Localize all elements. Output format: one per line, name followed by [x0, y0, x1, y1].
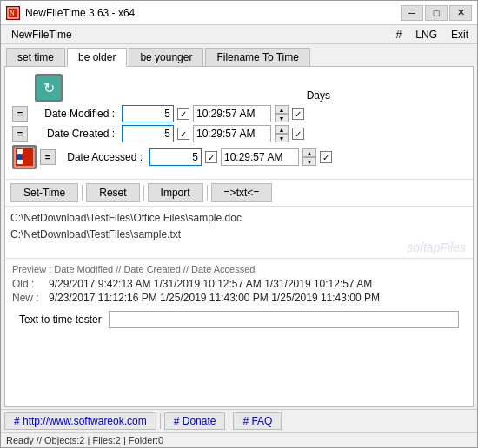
preview-new-row: New : 9/23/2017 11:12:16 PM 1/25/2019 11…	[12, 292, 466, 304]
date-created-spin-up[interactable]: ▲	[275, 125, 289, 134]
preview-area: Preview : Date Modified // Date Created …	[5, 259, 473, 337]
preview-old-value: 9/29/2017 9:42:13 AM 1/31/2019 10:12:57 …	[49, 278, 372, 290]
date-modified-spin-up[interactable]: ▲	[275, 105, 289, 114]
date-modified-row: = Date Modified : ▲ ▼	[12, 105, 466, 122]
text-tester-label: Text to time tester	[19, 313, 102, 326]
date-created-days-input[interactable]	[122, 125, 174, 142]
status-bar: Ready // Objects:2 | Files:2 | Folder:0	[1, 432, 477, 447]
flag-icon[interactable]	[12, 145, 37, 169]
minimize-button[interactable]: ─	[401, 5, 423, 21]
date-modified-spin-down[interactable]: ▼	[275, 114, 289, 122]
date-modified-check1[interactable]	[177, 108, 189, 120]
sep3	[207, 185, 208, 201]
date-modified-minus-btn[interactable]: =	[12, 106, 28, 122]
date-accessed-check2[interactable]	[320, 151, 332, 163]
bottom-links: # http://www.softwareok.com # Donate # F…	[1, 409, 477, 432]
preview-old-row: Old : 9/29/2017 9:42:13 AM 1/31/2019 10:…	[12, 278, 466, 290]
date-modified-label: Date Modified :	[31, 108, 118, 120]
status-text: Ready // Objects:2 | Files:2 | Folder:0	[6, 435, 163, 445]
menu-exit[interactable]: Exit	[446, 27, 474, 43]
to-txt-button[interactable]: =>txt<=	[211, 183, 273, 202]
svg-rect-8	[23, 149, 32, 164]
date-accessed-spin-down[interactable]: ▼	[302, 157, 316, 166]
date-created-time-input[interactable]	[193, 125, 271, 142]
menu-bar: NewFileTime # LNG Exit	[1, 25, 477, 44]
preview-new-label: New :	[12, 292, 45, 304]
date-modified-spinner: ▲ ▼	[275, 105, 289, 122]
tab-be-older[interactable]: be older	[67, 48, 127, 67]
date-created-check1[interactable]	[177, 128, 189, 140]
main-window: N NewFileTime 3.63 - x64 ─ □ ✕ NewFileTi…	[0, 0, 478, 448]
file-item[interactable]: C:\NetDownload\TestFiles\Office Files\sa…	[10, 210, 468, 227]
maximize-button[interactable]: □	[425, 5, 448, 21]
app-name-label: NewFileTime	[4, 27, 79, 43]
date-modified-time-input[interactable]	[193, 105, 271, 122]
file-item[interactable]: C:\NetDownload\TestFiles\sample.txt	[10, 227, 468, 243]
refresh-icon[interactable]: ↻	[35, 74, 63, 102]
preview-new-value: 9/23/2017 11:12:16 PM 1/25/2019 11:43:00…	[49, 292, 380, 304]
menu-hash[interactable]: #	[391, 27, 408, 43]
action-bar: Set-Time Reset Import =>txt<=	[5, 180, 473, 207]
menu-right: # LNG Exit	[391, 27, 474, 43]
tab-filename-to-time[interactable]: Filename To Time	[205, 48, 309, 66]
sep2	[143, 185, 144, 201]
date-accessed-days-input[interactable]	[149, 148, 202, 166]
date-modified-check2[interactable]	[292, 108, 304, 120]
set-time-button[interactable]: Set-Time	[10, 183, 78, 202]
link-website[interactable]: # http://www.softwareok.com	[4, 412, 156, 430]
svg-text:N: N	[10, 10, 15, 17]
be-older-panel: ↻ Days = Date Modified : ▲ ▼	[5, 67, 473, 180]
sep1	[82, 185, 83, 201]
date-accessed-check1[interactable]	[205, 151, 217, 163]
text-tester-row: Text to time tester	[12, 307, 466, 332]
days-column-header: Days	[307, 89, 330, 102]
link-sep2	[229, 413, 229, 429]
file-list-area: C:\NetDownload\TestFiles\Office Files\sa…	[5, 207, 473, 259]
text-tester-input[interactable]	[109, 311, 459, 328]
svg-rect-6	[17, 155, 23, 159]
reset-button[interactable]: Reset	[86, 183, 139, 202]
tab-be-younger[interactable]: be younger	[129, 48, 203, 66]
content-area: ↻ Days = Date Modified : ▲ ▼	[4, 66, 474, 407]
date-accessed-minus-btn[interactable]: =	[40, 149, 56, 165]
svg-rect-5	[17, 149, 23, 154]
svg-rect-7	[17, 160, 23, 164]
date-created-label: Date Created :	[31, 128, 118, 140]
date-created-spin-down[interactable]: ▼	[275, 134, 289, 142]
tab-bar: set time be older be younger Filename To…	[1, 44, 477, 66]
date-created-spinner: ▲ ▼	[275, 125, 289, 142]
date-accessed-time-input[interactable]	[221, 148, 299, 166]
tab-set-time[interactable]: set time	[6, 48, 65, 66]
date-created-row: = Date Created : ▲ ▼	[12, 125, 466, 142]
menu-lng[interactable]: LNG	[410, 27, 442, 43]
preview-old-label: Old :	[12, 278, 45, 290]
date-accessed-label: Date Accessed :	[59, 151, 146, 163]
date-created-check2[interactable]	[292, 128, 304, 140]
app-icon: N	[6, 6, 20, 20]
link-faq[interactable]: # FAQ	[233, 412, 282, 430]
link-donate[interactable]: # Donate	[164, 412, 226, 430]
import-button[interactable]: Import	[148, 183, 203, 202]
date-modified-days-input[interactable]	[122, 105, 174, 122]
close-button[interactable]: ✕	[449, 5, 472, 21]
link-sep1	[160, 413, 161, 429]
title-bar: N NewFileTime 3.63 - x64 ─ □ ✕	[1, 1, 477, 25]
date-accessed-spinner: ▲ ▼	[302, 148, 316, 166]
date-accessed-row: = Date Accessed : ▲ ▼	[12, 145, 466, 169]
date-created-minus-btn[interactable]: =	[12, 126, 28, 142]
preview-header: Preview : Date Modified // Date Created …	[12, 264, 466, 274]
window-controls: ─ □ ✕	[401, 5, 472, 21]
date-accessed-spin-up[interactable]: ▲	[302, 148, 316, 157]
window-title: NewFileTime 3.63 - x64	[25, 7, 401, 19]
